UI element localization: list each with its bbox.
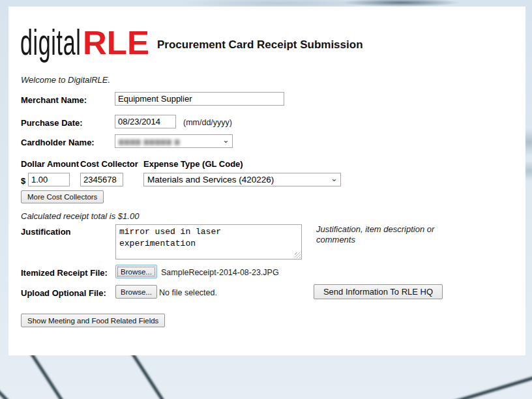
cardholder-name-select[interactable]: ▆▆▆▆ ▆▆▆▆▆ ▆ ⌄ (115, 134, 233, 148)
show-meeting-fields-button[interactable]: Show Meeting and Food Related Fields (21, 314, 165, 327)
digitalrle-logo: digital (20, 26, 81, 59)
optional-file-browse-button[interactable]: Browse... (115, 285, 157, 299)
dollar-amount-header: Dollar Amount (21, 159, 79, 169)
wire-line (452, 377, 532, 399)
optional-file-label: Upload Optional File: (21, 288, 106, 298)
justification-textarea[interactable]: mirror used in laser experimentation (115, 224, 302, 259)
wire-line (31, 353, 63, 399)
itemized-receipt-browse-button[interactable]: Browse... (115, 265, 157, 278)
merchant-name-label: Merchant Name: (21, 95, 87, 105)
itemized-receipt-filename: SampleReceipt-2014-08-23.JPG (161, 268, 279, 277)
date-format-hint: (mm/dd/yyyy) (183, 118, 232, 127)
cost-collector-header: Cost Collector (80, 159, 138, 169)
page-title: Procurement Card Receipt Submission (157, 38, 363, 52)
dollar-amount-input[interactable] (28, 173, 70, 186)
cost-collector-input[interactable] (80, 173, 123, 186)
itemized-receipt-label: Itemized Receipt File: (21, 268, 108, 278)
wire-line (132, 353, 164, 399)
expense-type-value: Materials and Services (420226) (147, 175, 274, 185)
purchase-date-label: Purchase Date: (21, 118, 83, 128)
currency-prefix: $ (21, 176, 25, 186)
calculated-total-text: Calculated receipt total is $1.00 (21, 211, 139, 221)
welcome-text: Welcome to DigitalRLE. (21, 75, 110, 85)
justification-note: Justification, item description or comme… (316, 224, 440, 246)
resize-handle-icon[interactable] (295, 252, 301, 258)
cardholder-name-label: Cardholder Name: (21, 138, 95, 147)
expense-type-select[interactable]: Materials and Services (420226) ⌄ (143, 173, 341, 186)
purchase-date-input[interactable] (115, 115, 176, 128)
expense-type-header: Expense Type (GL Code) (143, 159, 243, 169)
form-panel: digital RLE Procurement Card Receipt Sub… (8, 7, 525, 355)
justification-label: Justification (21, 227, 71, 237)
more-cost-collectors-button[interactable]: More Cost Collectors (21, 190, 104, 203)
chevron-down-icon: ⌄ (222, 137, 229, 143)
send-information-button[interactable]: Send Information To RLE HQ (314, 284, 443, 299)
merchant-name-input[interactable] (115, 92, 284, 106)
optional-file-status: No file selected. (159, 288, 217, 297)
rle-logo-red: RLE (83, 28, 149, 59)
wire-line (0, 389, 9, 399)
procurement-form-page: { "icons": { "chevron_down": "⌄" }, "col… (0, 0, 532, 399)
chevron-down-icon: ⌄ (331, 175, 338, 182)
cardholder-redacted-value: ▆▆▆▆ ▆▆▆▆▆ ▆ (119, 138, 180, 145)
